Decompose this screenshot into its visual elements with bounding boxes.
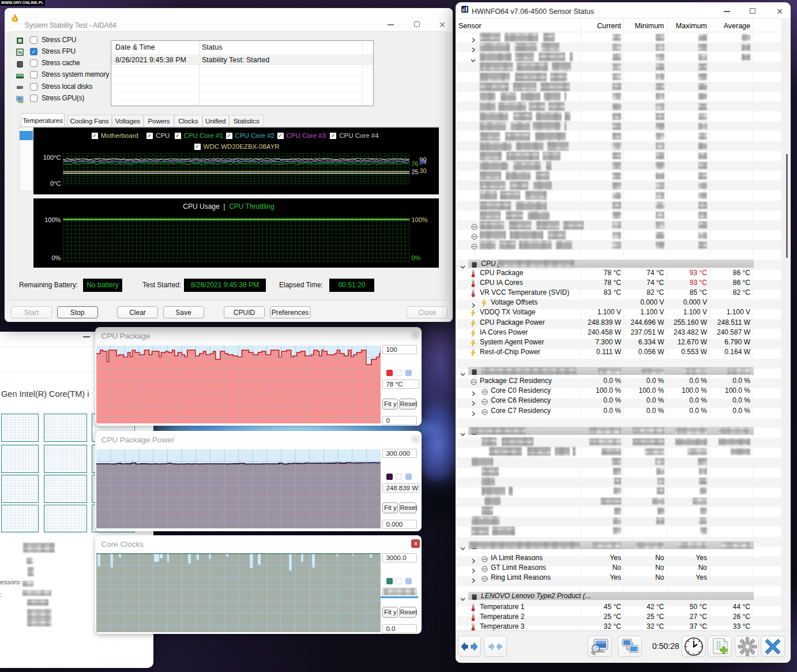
svg-text:%: % [18, 50, 22, 55]
